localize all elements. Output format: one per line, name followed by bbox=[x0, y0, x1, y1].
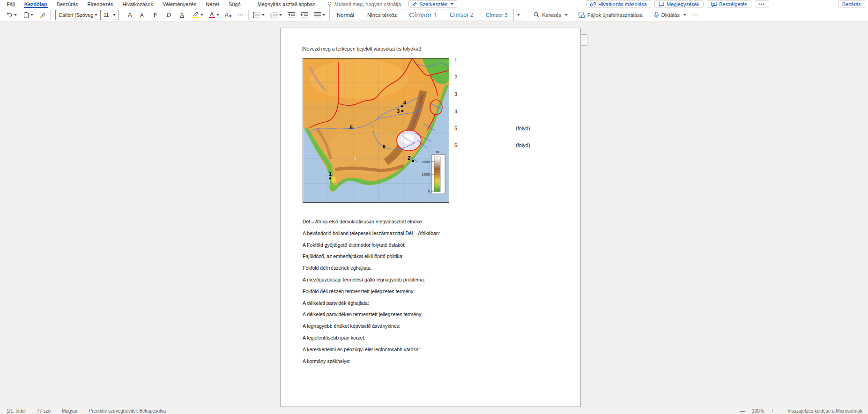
tab-view[interactable]: Nézet bbox=[201, 0, 224, 8]
paste-button[interactable] bbox=[22, 9, 35, 21]
highlight-button[interactable] bbox=[191, 9, 205, 21]
tab-help[interactable]: Súgó bbox=[224, 0, 245, 8]
divider bbox=[573, 10, 573, 20]
zoom-level[interactable]: 100% bbox=[752, 408, 764, 414]
menu-bar: Fájl Kezdőlap Beszúrás Elrendezés Hivatk… bbox=[0, 0, 868, 8]
comments-button[interactable]: Megjegyzések bbox=[654, 0, 704, 7]
pencil-icon bbox=[412, 1, 417, 7]
map-image[interactable]: m 2000 1000 0 1 2 3 bbox=[303, 58, 449, 203]
styles-gallery-expand[interactable] bbox=[513, 9, 523, 21]
more-font-options-button[interactable]: ⋯ bbox=[236, 9, 245, 21]
italic-button[interactable]: D bbox=[165, 9, 172, 21]
marker-6: 6 bbox=[383, 144, 386, 149]
format-painter-icon bbox=[39, 12, 46, 18]
search-button[interactable]: Keresés bbox=[531, 9, 570, 21]
question-line[interactable]: Fajüldöző, az emberfajtákat elkülönítő p… bbox=[303, 253, 440, 265]
tab-home[interactable]: Kezdőlap bbox=[20, 0, 52, 8]
undo-button[interactable] bbox=[5, 9, 18, 21]
question-line[interactable]: A mezőgazdasági termelést gátló legnagyo… bbox=[303, 277, 440, 288]
item-number: 1. bbox=[454, 58, 459, 63]
decrease-indent-button[interactable] bbox=[286, 9, 297, 21]
tab-file[interactable]: Fájl bbox=[2, 0, 20, 8]
style-heading1[interactable]: Címsor 1 bbox=[403, 9, 444, 21]
font-color-swatch bbox=[209, 17, 215, 18]
bullet-list-button[interactable] bbox=[252, 9, 266, 21]
divider bbox=[703, 10, 703, 20]
more-commands-button[interactable]: ••• bbox=[755, 0, 769, 7]
word-count[interactable]: 77 szó bbox=[37, 408, 51, 414]
tab-review[interactable]: Véleményezés bbox=[158, 0, 201, 8]
legend-tick-0: 0 bbox=[428, 189, 430, 193]
document-page[interactable]: Nevezd meg a térképen bejelölt városokat… bbox=[280, 28, 581, 407]
dictate-label: Diktálás bbox=[661, 12, 680, 18]
document-title-line[interactable]: Nevezd meg a térképen bejelölt városokat… bbox=[303, 46, 421, 52]
legend-tick-2000: 2000 bbox=[422, 160, 430, 164]
copy-link-button[interactable]: Hivatkozás másolása bbox=[586, 0, 651, 7]
reuse-files-label: Fájlok újrafelhasználása bbox=[587, 12, 643, 18]
divider bbox=[50, 10, 51, 20]
legend-unit: m bbox=[436, 149, 439, 154]
open-in-desktop-app[interactable]: Megnyitás asztali appban bbox=[258, 1, 316, 7]
page-margin-tab[interactable] bbox=[581, 34, 587, 46]
shrink-font-button[interactable]: A ˇ bbox=[139, 9, 147, 21]
lightbulb-icon bbox=[327, 1, 332, 7]
style-heading3[interactable]: Címsor 3 bbox=[480, 9, 514, 21]
increase-indent-button[interactable] bbox=[299, 9, 310, 21]
zoom-out-button[interactable]: — bbox=[740, 408, 745, 414]
chevron-down-icon bbox=[451, 3, 453, 5]
question-line[interactable]: A bevándorló holland telepesek leszármaz… bbox=[303, 230, 440, 242]
grow-font-glyph: A bbox=[128, 11, 132, 18]
close-button[interactable]: Bezárás bbox=[838, 0, 865, 7]
document-canvas[interactable]: Nevezd meg a térképen bejelölt városokat… bbox=[0, 22, 868, 407]
format-painter-button[interactable] bbox=[37, 9, 47, 21]
style-heading2[interactable]: Címsor 2 bbox=[444, 9, 480, 21]
editing-mode-button[interactable]: Szerkesztés bbox=[408, 0, 457, 7]
chat-label: Beszélgetés bbox=[719, 1, 747, 7]
question-line[interactable]: Fokföld déli részének éghajlata: bbox=[303, 265, 440, 277]
predictive-text-indicator[interactable]: Prediktív szövegbevitel: Bekapcsolva bbox=[89, 408, 166, 414]
question-line[interactable]: Fokföld déli részén termesztett jellegze… bbox=[303, 288, 440, 300]
question-line[interactable]: A délkeleti partvidéken termesztett jell… bbox=[303, 311, 440, 323]
question-line[interactable]: A kereskedelmi és pénzügyi élet legfonto… bbox=[303, 347, 440, 358]
font-size-select[interactable]: 11 bbox=[101, 10, 119, 20]
question-line[interactable]: A kormány székhelye: bbox=[303, 358, 440, 370]
highlighter-icon bbox=[193, 12, 199, 16]
reuse-files-button[interactable]: Fájlok újrafelhasználása bbox=[576, 9, 645, 21]
clear-formatting-button[interactable]: A ◆ bbox=[223, 9, 233, 21]
chat-icon bbox=[711, 1, 717, 7]
font-name-select[interactable]: Calibri (Szöveg... bbox=[56, 10, 101, 20]
bold-button[interactable]: F bbox=[152, 9, 159, 21]
dictate-button[interactable]: Diktálás bbox=[651, 9, 689, 21]
question-line[interactable]: A délkeleti partvidék éghajlata: bbox=[303, 300, 440, 312]
language-indicator[interactable]: Magyar bbox=[62, 408, 77, 414]
font-color-button[interactable]: A bbox=[208, 9, 221, 21]
feedback-link[interactable]: Visszajelzés küldése a Microsoftnak bbox=[787, 408, 862, 414]
more-toolbar-button[interactable]: ⋯ bbox=[690, 9, 700, 21]
underline-button[interactable]: A bbox=[179, 9, 185, 21]
south-africa-map: m 2000 1000 0 1 2 3 bbox=[303, 58, 449, 203]
item-suffix: (folyó) bbox=[516, 142, 530, 148]
numbered-list-button[interactable]: 1 2 3 bbox=[269, 9, 283, 21]
tab-insert[interactable]: Beszúrás bbox=[52, 0, 83, 8]
tab-references[interactable]: Hivatkozások bbox=[118, 0, 158, 8]
alignment-button[interactable] bbox=[312, 9, 326, 21]
grow-font-button[interactable]: A ˆ bbox=[126, 9, 135, 21]
page-count[interactable]: 1/1. oldal bbox=[7, 408, 26, 414]
tab-layout[interactable]: Elrendezés bbox=[83, 0, 118, 8]
numbered-list-icon: 1 2 3 bbox=[270, 12, 278, 18]
question-line[interactable]: A legnagyobb értéket képviselő ásványkin… bbox=[303, 323, 440, 335]
chevron-down-icon bbox=[30, 14, 33, 16]
question-block: Dél – Afrika első demokratikusan megvála… bbox=[303, 219, 440, 370]
marker-3: 3 bbox=[397, 108, 400, 114]
tell-me[interactable]: Mutasd meg, hogyan csinálja bbox=[327, 1, 401, 7]
style-normal[interactable]: Normál bbox=[331, 10, 360, 20]
chat-button[interactable]: Beszélgetés bbox=[707, 0, 751, 7]
zoom-in-button[interactable]: + bbox=[771, 408, 774, 414]
question-line[interactable]: A legjelentősebb ipari körzet: bbox=[303, 335, 440, 347]
style-no-spacing[interactable]: Nincs térköz bbox=[361, 9, 403, 21]
question-line[interactable]: Dél – Afrika első demokratikusan megvála… bbox=[303, 219, 440, 230]
question-line[interactable]: A Fokföld gyűjtögető életmódot folytató … bbox=[303, 242, 440, 254]
tell-me-label: Mutasd meg, hogyan csinálja bbox=[334, 1, 401, 7]
chevron-down-icon bbox=[262, 14, 265, 16]
caret-up-icon: ˆ bbox=[133, 12, 134, 14]
